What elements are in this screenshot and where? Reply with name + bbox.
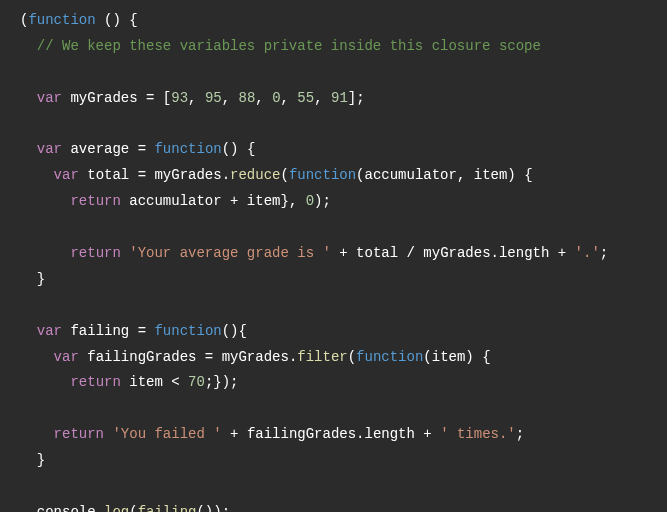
identifier: failingGrades.length [247, 426, 423, 442]
brace: { [516, 167, 533, 183]
code-block: (function () { // We keep these variable… [20, 8, 647, 512]
code-line [20, 293, 647, 319]
close: ;}); [205, 374, 239, 390]
code-line: var average = function() { [20, 137, 647, 163]
keyword-return: return [70, 245, 120, 261]
paren-close: ); [314, 193, 331, 209]
identifier: item [121, 374, 171, 390]
code-line: var failingGrades = myGrades.filter(func… [20, 345, 647, 371]
indent [20, 426, 54, 442]
identifier: failingGrades [79, 349, 205, 365]
keyword-return: return [70, 193, 120, 209]
number: 70 [188, 374, 205, 390]
number: 0 [306, 193, 314, 209]
code-line: } [20, 267, 647, 293]
identifier: myGrades. [213, 349, 297, 365]
indent [20, 323, 37, 339]
operator: = [138, 167, 146, 183]
keyword-function: function [154, 141, 221, 157]
bracket-close: ]; [348, 90, 365, 106]
comment-text: // We keep these variables private insid… [20, 38, 541, 54]
paren: ( [280, 167, 288, 183]
parens: () [222, 141, 239, 157]
number: 91 [331, 90, 348, 106]
indent [20, 90, 37, 106]
keyword-function: function [28, 12, 95, 28]
identifier: myGrades. [146, 167, 230, 183]
brace-close: } [20, 452, 45, 468]
method: log [104, 504, 129, 512]
keyword-function: function [154, 323, 221, 339]
keyword-var: var [54, 167, 79, 183]
operator: + [331, 245, 356, 261]
number: 55 [297, 90, 314, 106]
semicolon: ; [600, 245, 608, 261]
paren: ( [348, 349, 356, 365]
brace-close: } [20, 271, 45, 287]
code-line: var myGrades = [93, 95, 88, 0, 55, 91]; [20, 86, 647, 112]
code-line: (function () { [20, 8, 647, 34]
number: 93 [171, 90, 188, 106]
indent [20, 504, 37, 512]
method: filter [297, 349, 347, 365]
code-line [20, 60, 647, 86]
brace: { [474, 349, 491, 365]
code-line [20, 112, 647, 138]
code-line: return 'Your average grade is ' + total … [20, 241, 647, 267]
keyword-function: function [356, 349, 423, 365]
indent [20, 374, 70, 390]
indent [20, 245, 70, 261]
parens: () [222, 323, 239, 339]
brace: { [121, 12, 138, 28]
function-call: failing [138, 504, 197, 512]
space [432, 426, 440, 442]
indent [20, 167, 54, 183]
code-line: var failing = function(){ [20, 319, 647, 345]
comma: , [289, 193, 306, 209]
indent [20, 141, 37, 157]
indent [20, 349, 54, 365]
parens: () [96, 12, 121, 28]
space [180, 374, 188, 390]
args: (item) [423, 349, 473, 365]
identifier: accumulator [121, 193, 230, 209]
brace: { [239, 323, 247, 339]
method: reduce [230, 167, 280, 183]
code-line: return accumulator + item}, 0); [20, 189, 647, 215]
code-line: return 'You failed ' + failingGrades.len… [20, 422, 647, 448]
identifier: average [62, 141, 138, 157]
indent [20, 193, 70, 209]
code-line [20, 215, 647, 241]
number: 95 [205, 90, 222, 106]
string: 'Your average grade is ' [129, 245, 331, 261]
code-line [20, 396, 647, 422]
identifier: console. [37, 504, 104, 512]
operator: = [138, 141, 146, 157]
space [121, 245, 129, 261]
operator: + [222, 426, 247, 442]
comma: , [314, 90, 331, 106]
paren-close: ); [213, 504, 230, 512]
comma: , [281, 90, 298, 106]
operator: + [558, 245, 566, 261]
brace: { [239, 141, 256, 157]
comma: , [222, 90, 239, 106]
bracket: [ [154, 90, 171, 106]
code-line: var total = myGrades.reduce(function(acc… [20, 163, 647, 189]
operator: = [205, 349, 213, 365]
code-line: console.log(failing()); [20, 500, 647, 512]
number: 88 [239, 90, 256, 106]
comma: , [255, 90, 272, 106]
operator: = [138, 323, 146, 339]
code-line: } [20, 448, 647, 474]
string: ' times.' [440, 426, 516, 442]
paren: ( [129, 504, 137, 512]
keyword-return: return [70, 374, 120, 390]
space [566, 245, 574, 261]
keyword-var: var [37, 323, 62, 339]
operator: + [423, 426, 431, 442]
code-line: return item < 70;}); [20, 370, 647, 396]
keyword-function: function [289, 167, 356, 183]
code-line [20, 474, 647, 500]
identifier: total [79, 167, 138, 183]
